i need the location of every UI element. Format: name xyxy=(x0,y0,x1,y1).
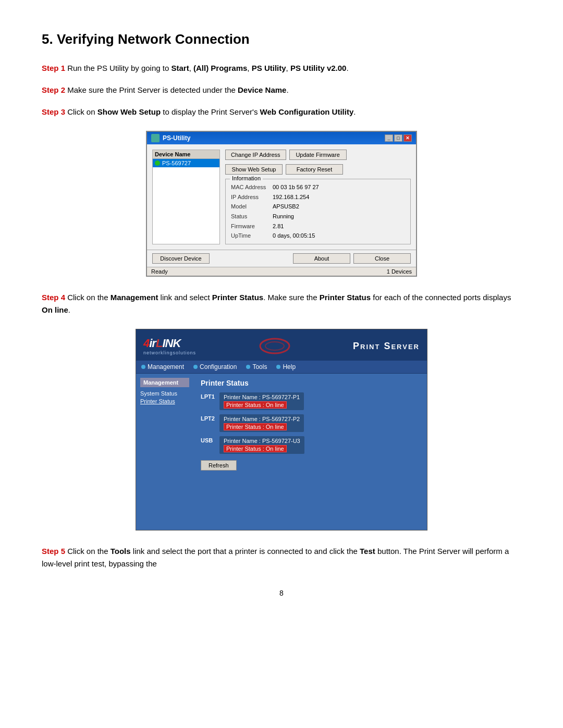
step-2: Step 2 Make sure the Print Server is det… xyxy=(42,84,521,96)
model-label: Model xyxy=(231,202,267,212)
info-group-label: Information xyxy=(230,175,263,181)
status-ready: Ready xyxy=(151,268,168,275)
web-logo: 4irLINK networklingsolutions xyxy=(143,337,196,355)
web-main-title: Printer Status xyxy=(201,379,420,387)
ps-app-icon xyxy=(151,134,160,142)
nav-configuration[interactable]: Configuration xyxy=(193,363,237,371)
show-web-setup-button[interactable]: Show Web Setup xyxy=(225,164,283,175)
lpt1-row: LPT1 Printer Name : PS-569727-P1 Printer… xyxy=(201,392,420,410)
nav-management-dot xyxy=(141,365,145,369)
status-devices: 1 Devices xyxy=(387,268,412,275)
device-list-header: Device Name xyxy=(153,150,219,159)
step-3-label: Step 3 xyxy=(42,107,65,116)
device-item[interactable]: PS-569727 xyxy=(153,159,219,167)
firmware-label: Firmware xyxy=(231,221,267,231)
usb-printer-name: Printer Name : PS-569727-U3 xyxy=(224,438,300,444)
ps-title-controls[interactable]: _ □ ✕ xyxy=(385,134,412,142)
nav-tools-dot xyxy=(246,365,250,369)
discover-device-button[interactable]: Discover Device xyxy=(152,253,210,264)
ps-title-left: PS-Utility xyxy=(151,134,190,142)
device-list: Device Name PS-569727 xyxy=(152,150,220,244)
web-logo-sub: networklingsolutions xyxy=(143,350,196,355)
ps-utility-body: Device Name PS-569727 Change IP Address … xyxy=(147,144,416,250)
nav-tools[interactable]: Tools xyxy=(246,363,267,371)
web-header-title: Print Server xyxy=(353,341,420,352)
sidebar-link-printer-status[interactable]: Printer Status xyxy=(140,398,189,404)
status-value: Running xyxy=(273,212,294,221)
usb-label: USB xyxy=(201,437,219,443)
lpt2-row: LPT2 Printer Name : PS-569727-P2 Printer… xyxy=(201,414,420,432)
ps-status-bar: Ready 1 Devices xyxy=(147,267,416,276)
ps-second-buttons: Show Web Setup Factory Reset xyxy=(225,164,411,175)
factory-reset-button[interactable]: Factory Reset xyxy=(286,164,343,175)
ip-label: IP Address xyxy=(231,192,267,202)
page-number: 8 xyxy=(42,589,521,597)
ps-utility-titlebar: PS-Utility _ □ ✕ xyxy=(147,132,416,144)
page-title: 5. Verifying Network Connection xyxy=(42,31,521,47)
step-2-text: Make sure the Print Server is detected u… xyxy=(67,85,288,94)
mac-label: MAC Address xyxy=(231,182,267,192)
change-ip-button[interactable]: Change IP Address xyxy=(225,150,286,160)
nav-management[interactable]: Management xyxy=(141,363,184,371)
step-5-text: Click on the Tools link and select the p… xyxy=(42,547,509,568)
ip-row: IP Address 192.168.1.254 xyxy=(231,192,405,202)
step-3: Step 3 Click on Show Web Setup to displa… xyxy=(42,106,521,118)
web-content: Management System Status Printer Status … xyxy=(136,374,427,530)
info-group: Information MAC Address 00 03 1b 56 97 2… xyxy=(225,179,411,244)
uptime-label: UpTime xyxy=(231,231,267,241)
firmware-value: 2.81 xyxy=(273,221,284,231)
usb-info: Printer Name : PS-569727-U3 Printer Stat… xyxy=(219,436,304,454)
nav-help-dot xyxy=(276,365,280,369)
step-2-label: Step 2 xyxy=(42,85,65,94)
close-window-button[interactable]: ✕ xyxy=(403,134,412,142)
lpt1-printer-name: Printer Name : PS-569727-P1 xyxy=(224,394,300,400)
ps-footer-buttons: About Close xyxy=(293,253,411,264)
mac-value: 00 03 1b 56 97 27 xyxy=(273,182,319,192)
step-4-text: Click on the Management link and select … xyxy=(42,293,511,314)
model-value: APSUSB2 xyxy=(273,202,299,212)
lpt2-printer-status: Printer Status : On line xyxy=(224,423,287,430)
refresh-button[interactable]: Refresh xyxy=(201,460,237,471)
web-header: 4irLINK networklingsolutions Print Serve… xyxy=(136,329,427,361)
svg-point-0 xyxy=(260,339,289,353)
nav-configuration-label: Configuration xyxy=(200,363,237,371)
mac-row: MAC Address 00 03 1b 56 97 27 xyxy=(231,182,405,192)
uptime-value: 0 days, 00:05:15 xyxy=(273,231,315,241)
ps-footer: Discover Device About Close xyxy=(147,250,416,267)
maximize-button[interactable]: □ xyxy=(394,134,402,142)
nav-management-label: Management xyxy=(148,363,184,371)
web-logo-text: 4irLINK xyxy=(143,337,196,350)
ps-right-panel: Change IP Address Update Firmware Show W… xyxy=(225,150,411,244)
sidebar-title: Management xyxy=(140,378,189,387)
uptime-row: UpTime 0 days, 00:05:15 xyxy=(231,231,405,241)
status-label: Status xyxy=(231,212,267,221)
lpt1-label: LPT1 xyxy=(201,393,219,400)
device-status-dot xyxy=(155,161,160,166)
sidebar-link-system-status[interactable]: System Status xyxy=(140,390,189,397)
step-1-text: Run the PS Utility by going to Start, (A… xyxy=(67,64,348,72)
about-button[interactable]: About xyxy=(293,253,350,264)
step-4-label: Step 4 xyxy=(42,293,65,302)
web-swirl-svg xyxy=(259,335,290,357)
web-ui-screenshot: 4irLINK networklingsolutions Print Serve… xyxy=(136,329,427,530)
step-4: Step 4 Click on the Management link and … xyxy=(42,291,521,316)
lpt1-printer-status: Printer Status : On line xyxy=(224,401,287,409)
nav-help[interactable]: Help xyxy=(276,363,296,371)
ip-value: 192.168.1.254 xyxy=(273,192,309,202)
minimize-button[interactable]: _ xyxy=(385,134,393,142)
close-button[interactable]: Close xyxy=(353,253,411,264)
lpt2-info: Printer Name : PS-569727-P2 Printer Stat… xyxy=(219,414,304,432)
web-nav: Management Configuration Tools Help xyxy=(136,361,427,374)
model-row: Model APSUSB2 xyxy=(231,202,405,212)
step-3-text: Click on Show Web Setup to display the P… xyxy=(67,107,356,116)
usb-row: USB Printer Name : PS-569727-U3 Printer … xyxy=(201,436,420,454)
web-sidebar: Management System Status Printer Status xyxy=(136,374,193,530)
step-1: Step 1 Run the PS Utility by going to St… xyxy=(42,62,521,75)
step-5: Step 5 Click on the Tools link and selec… xyxy=(42,545,521,570)
web-swirl-area xyxy=(196,335,353,357)
update-firmware-button[interactable]: Update Firmware xyxy=(289,150,347,160)
usb-printer-status: Printer Status : On line xyxy=(224,445,287,452)
lpt2-label: LPT2 xyxy=(201,415,219,422)
nav-configuration-dot xyxy=(193,365,198,369)
status-row: Status Running xyxy=(231,212,405,221)
